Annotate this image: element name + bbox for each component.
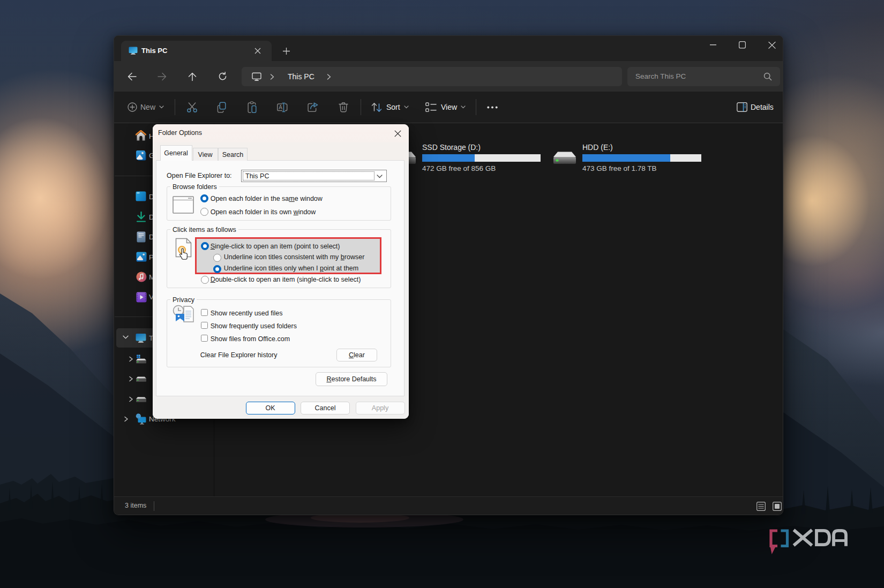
svg-text:A: A	[279, 104, 282, 110]
